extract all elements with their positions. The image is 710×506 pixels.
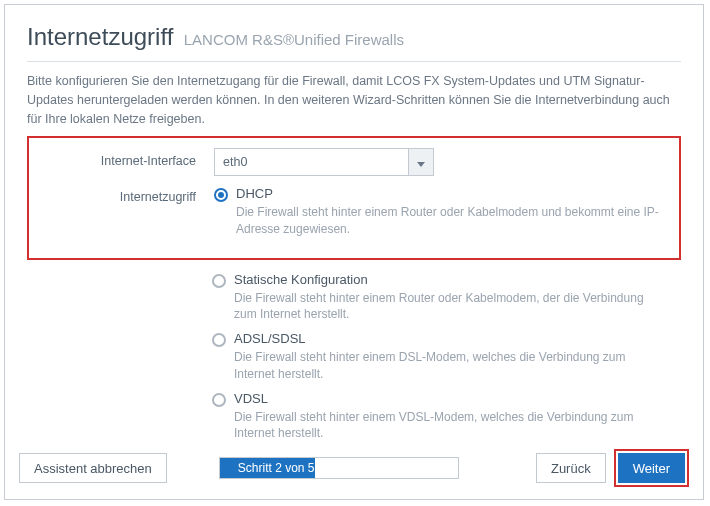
caret-down-icon bbox=[417, 153, 425, 171]
footer: Assistent abbrechen Schritt 2 von 5 Zurü… bbox=[5, 439, 703, 499]
radio-dhcp[interactable] bbox=[214, 188, 228, 202]
next-highlight: Weiter bbox=[614, 449, 689, 487]
radio-option-static[interactable]: Statische Konfiguration Die Firewall ste… bbox=[212, 272, 667, 323]
radio-vdsl[interactable] bbox=[212, 393, 226, 407]
radio-desc: Die Firewall steht hinter einem Router o… bbox=[234, 290, 667, 324]
progress-text: Schritt 2 von 5 bbox=[220, 461, 315, 475]
interface-select[interactable] bbox=[214, 148, 434, 176]
interface-row: Internet-Interface bbox=[29, 144, 679, 180]
radio-label: VDSL bbox=[234, 391, 667, 408]
radio-adsl[interactable] bbox=[212, 333, 226, 347]
radio-label: DHCP bbox=[236, 186, 665, 203]
interface-label: Internet-Interface bbox=[29, 148, 214, 168]
page-title: Internetzugriff bbox=[27, 23, 173, 50]
radio-desc: Die Firewall steht hinter einem DSL-Mode… bbox=[234, 349, 667, 383]
progress-bar: Schritt 2 von 5 bbox=[219, 457, 459, 479]
back-button[interactable]: Zurück bbox=[536, 453, 606, 483]
radio-label: Statische Konfiguration bbox=[234, 272, 667, 289]
access-row: Internetzugriff DHCP Die Firewall steht … bbox=[29, 180, 679, 249]
intro-text: Bitte konfigurieren Sie den Internetzuga… bbox=[5, 72, 703, 136]
radio-desc: Die Firewall steht hinter einem VDSL-Mod… bbox=[234, 409, 667, 443]
header: Internetzugriff LANCOM R&S®Unified Firew… bbox=[5, 5, 703, 61]
wizard-panel: Internetzugriff LANCOM R&S®Unified Firew… bbox=[4, 4, 704, 500]
next-button[interactable]: Weiter bbox=[618, 453, 685, 483]
page-subtitle: LANCOM R&S®Unified Firewalls bbox=[184, 31, 404, 48]
radio-option-dhcp[interactable]: DHCP Die Firewall steht hinter einem Rou… bbox=[214, 186, 665, 237]
interface-dropdown-button[interactable] bbox=[408, 148, 434, 176]
highlight-box: Internet-Interface Internetzugriff bbox=[27, 136, 681, 259]
radio-option-adsl[interactable]: ADSL/SDSL Die Firewall steht hinter eine… bbox=[212, 331, 667, 382]
access-label: Internetzugriff bbox=[29, 184, 214, 204]
divider bbox=[27, 61, 681, 62]
interface-input[interactable] bbox=[214, 148, 408, 176]
cancel-button[interactable]: Assistent abbrechen bbox=[19, 453, 167, 483]
radio-label: ADSL/SDSL bbox=[234, 331, 667, 348]
radio-option-vdsl[interactable]: VDSL Die Firewall steht hinter einem VDS… bbox=[212, 391, 667, 442]
options-rest: Statische Konfiguration Die Firewall ste… bbox=[5, 260, 703, 454]
radio-desc: Die Firewall steht hinter einem Router o… bbox=[236, 204, 665, 238]
radio-static[interactable] bbox=[212, 274, 226, 288]
